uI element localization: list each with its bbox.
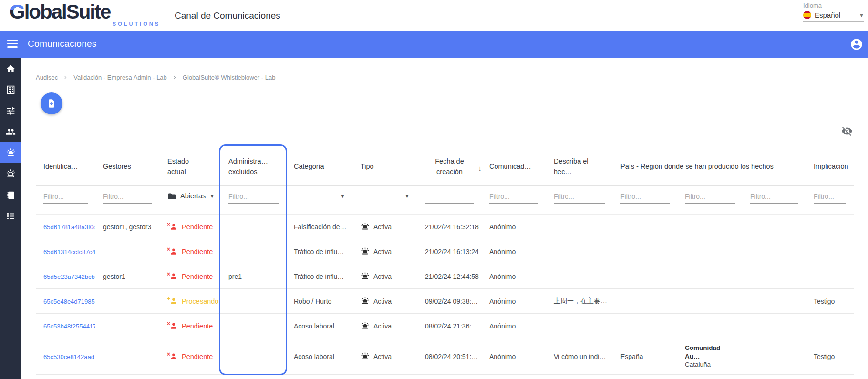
categoria-cell: Tráfico de influ… bbox=[286, 264, 353, 289]
region-cell bbox=[677, 289, 743, 314]
column-header-tipo[interactable]: Tipo bbox=[353, 147, 417, 186]
filter-input-pais[interactable] bbox=[620, 191, 670, 204]
fecha-cell: 21/02/24 16:13:24 bbox=[417, 239, 482, 264]
row-id-link[interactable]: 65d61314ccfc87c4 bbox=[43, 248, 95, 256]
tipo-cell: Activa bbox=[361, 247, 410, 256]
sidebar-item-directory[interactable] bbox=[0, 184, 21, 205]
filter-input-region-2[interactable] bbox=[750, 191, 798, 204]
filter-input-gestores[interactable] bbox=[103, 191, 152, 204]
table-row[interactable]: 65c530ce8142aad × Pendiente Acoso labora… bbox=[36, 338, 854, 375]
chevron-down-icon: ▼ bbox=[404, 193, 410, 199]
status-label: Pendiente bbox=[182, 248, 213, 256]
breadcrumb-item[interactable]: Audisec bbox=[36, 74, 58, 81]
screen: GGlobalSuite SOLUTIONS Canal de Comunica… bbox=[0, 0, 868, 379]
categoria-filter-select[interactable]: ▼ bbox=[294, 192, 345, 202]
column-header-gestores[interactable]: Gestores bbox=[95, 147, 160, 186]
sidebar-item-alerts[interactable] bbox=[0, 163, 21, 184]
column-visibility-button[interactable] bbox=[841, 125, 853, 137]
breadcrumb: Audisec Validación - Empresa Admin - Lab… bbox=[36, 74, 275, 81]
filter-row: Abiertas ▼ ▼ ▼ bbox=[36, 186, 854, 215]
comunicado-cell: Anónimo bbox=[482, 338, 546, 375]
table-row[interactable]: 65d61781a48a3f0c gestor1, gestor3 × Pend… bbox=[36, 215, 854, 239]
gestores-cell bbox=[95, 338, 160, 375]
filter-input-region[interactable] bbox=[685, 191, 735, 204]
column-header-identificador[interactable]: Identifica… bbox=[36, 147, 95, 186]
filter-input-administradores[interactable] bbox=[228, 191, 279, 204]
sidebar-item-records[interactable] bbox=[0, 205, 21, 226]
filter-input-describa[interactable] bbox=[554, 191, 605, 204]
row-id-link[interactable]: 65c53b48f2554417 bbox=[43, 323, 95, 330]
region-extra-cell bbox=[743, 338, 806, 375]
home-icon bbox=[6, 64, 16, 74]
filter-input-fecha[interactable] bbox=[425, 191, 474, 204]
implicacion-cell bbox=[806, 215, 854, 239]
fecha-cell: 21/02/24 16:32:18 bbox=[417, 215, 482, 239]
communications-table: Identifica… Gestores Estado actual Admin… bbox=[36, 147, 854, 375]
table-row[interactable]: 65c5e48e4d71985 + Procesando Robo / Hurt… bbox=[36, 289, 854, 314]
filter-input-identificador[interactable] bbox=[43, 191, 88, 204]
chevron-down-icon: ▼ bbox=[340, 193, 345, 199]
sort-descending-icon[interactable]: ↓ bbox=[478, 163, 482, 174]
sidebar-item-organizations[interactable] bbox=[0, 79, 21, 100]
chevron-down-icon: ▼ bbox=[209, 193, 215, 199]
column-header-fecha-creacion[interactable]: Fecha de creación↓ bbox=[417, 147, 482, 186]
row-id-link[interactable]: 65d61781a48a3f0c bbox=[43, 224, 95, 231]
administradores-cell bbox=[221, 314, 286, 338]
table-row[interactable]: 65d61314ccfc87c4 × Pendiente Tráfico de … bbox=[36, 239, 854, 264]
column-header-estado-actual[interactable]: Estado actual bbox=[160, 147, 221, 186]
eye-off-icon bbox=[841, 125, 853, 137]
list-icon bbox=[6, 211, 16, 221]
sidebar-item-settings[interactable] bbox=[0, 100, 21, 121]
estado-filter-select[interactable]: Abiertas ▼ bbox=[167, 191, 213, 204]
status-label: Pendiente bbox=[182, 353, 213, 360]
region-extra-cell bbox=[743, 264, 806, 289]
region-extra-cell bbox=[743, 314, 806, 338]
row-id-link[interactable]: 65c530ce8142aad bbox=[43, 353, 94, 360]
administradores-cell bbox=[221, 289, 286, 314]
status-badge: × Pendiente bbox=[167, 352, 213, 361]
describa-cell bbox=[546, 239, 613, 264]
main-content: Audisec Validación - Empresa Admin - Lab… bbox=[21, 58, 868, 379]
table-row[interactable]: 65d5e23a7342bcb gestor1 × Pendiente pre1… bbox=[36, 264, 854, 289]
siren-icon bbox=[361, 321, 370, 330]
breadcrumb-item[interactable]: Validación - Empresa Admin - Lab bbox=[73, 74, 167, 81]
categoria-cell: Tráfico de influ… bbox=[286, 239, 353, 264]
export-report-button[interactable] bbox=[41, 92, 62, 114]
column-header-comunicado[interactable]: Comunicad… bbox=[482, 147, 546, 186]
tipo-label: Activa bbox=[373, 223, 392, 231]
language-select[interactable]: Español ▼ bbox=[803, 11, 864, 22]
logo-wordmark: GGlobalSuite bbox=[10, 1, 162, 23]
row-id-link[interactable]: 65d5e23a7342bcb bbox=[43, 273, 95, 280]
tipo-cell: Activa bbox=[361, 222, 410, 231]
comunicado-cell: Anónimo bbox=[482, 239, 546, 264]
column-header-implicacion[interactable]: Implicación bbox=[806, 147, 854, 186]
describa-cell bbox=[546, 314, 613, 338]
sidebar-item-users[interactable] bbox=[0, 121, 21, 142]
siren-icon bbox=[361, 297, 370, 306]
categoria-cell: Acoso laboral bbox=[286, 338, 353, 375]
table-row[interactable]: 65c53b48f2554417 × Pendiente Acoso labor… bbox=[36, 314, 854, 338]
sidebar-item-home[interactable] bbox=[0, 58, 21, 79]
region-extra-cell bbox=[743, 215, 806, 239]
logo-text: lobalSuite bbox=[24, 0, 111, 23]
account-icon[interactable] bbox=[850, 38, 863, 51]
comunicado-cell: Anónimo bbox=[482, 314, 546, 338]
sidebar-item-communications[interactable] bbox=[0, 142, 21, 163]
menu-icon[interactable] bbox=[7, 40, 18, 49]
breadcrumb-item[interactable]: GlobalSuite® Whistleblower - Lab bbox=[183, 74, 276, 81]
pais-cell bbox=[613, 239, 677, 264]
column-header-categoria[interactable]: Categoría bbox=[286, 147, 353, 186]
row-id-link[interactable]: 65c5e48e4d71985 bbox=[43, 298, 95, 305]
gestores-cell: gestor1 bbox=[95, 264, 160, 289]
globalsuite-logo[interactable]: GGlobalSuite SOLUTIONS bbox=[10, 1, 162, 27]
column-header-administradores-excluidos[interactable]: Administra… excluidos bbox=[221, 147, 286, 186]
notebook-icon bbox=[6, 190, 16, 200]
filter-input-comunicado[interactable] bbox=[489, 191, 538, 204]
filter-input-implicacion[interactable] bbox=[814, 191, 846, 204]
column-header-describa[interactable]: Describa el hec… bbox=[546, 147, 613, 186]
tipo-label: Activa bbox=[373, 297, 392, 305]
column-header-pais-region[interactable]: País - Región donde se han producido los… bbox=[613, 147, 806, 186]
tipo-filter-select[interactable]: ▼ bbox=[361, 192, 410, 202]
comunicado-cell: Anónimo bbox=[482, 215, 546, 239]
top-bar: GGlobalSuite SOLUTIONS Canal de Comunica… bbox=[0, 0, 868, 31]
